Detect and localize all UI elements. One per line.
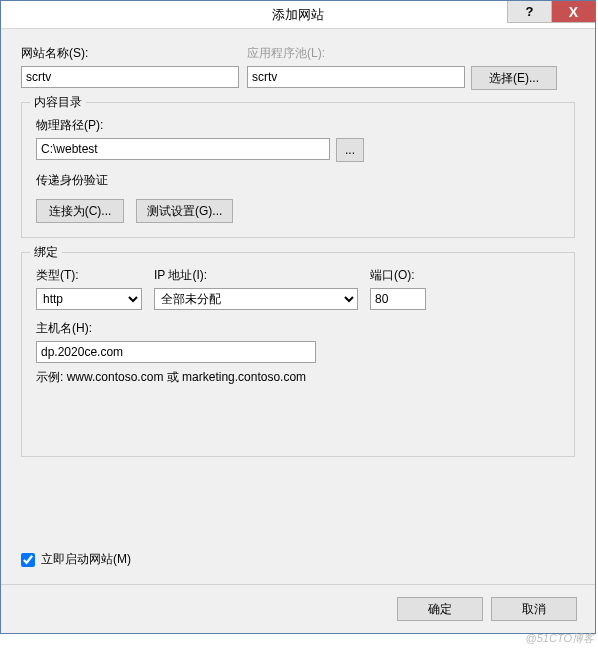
titlebar: 添加网站 ? X <box>1 1 595 29</box>
binding-port-input[interactable] <box>370 288 426 310</box>
ok-button[interactable]: 确定 <box>397 597 483 621</box>
browse-button[interactable]: ... <box>336 138 364 162</box>
binding-legend: 绑定 <box>30 244 62 261</box>
hostname-example: 示例: www.contoso.com 或 marketing.contoso.… <box>36 369 560 386</box>
passthrough-auth-label: 传递身份验证 <box>36 172 560 189</box>
site-and-pool-row: 网站名称(S): 应用程序池(L): 选择(E)... <box>21 45 575 90</box>
binding-type-select[interactable]: http <box>36 288 142 310</box>
content-directory-group: 内容目录 物理路径(P): ... 传递身份验证 连接为(C)... 测试设置(… <box>21 102 575 238</box>
close-button[interactable]: X <box>551 1 595 23</box>
dialog-content: 网站名称(S): 应用程序池(L): 选择(E)... 内容目录 物理路径(P)… <box>1 29 595 584</box>
titlebar-buttons: ? X <box>507 1 595 28</box>
watermark: @51CTO博客 <box>526 631 594 646</box>
physical-path-input[interactable] <box>36 138 330 160</box>
binding-ip-label: IP 地址(I): <box>154 267 358 284</box>
binding-ip-select[interactable]: 全部未分配 <box>154 288 358 310</box>
binding-port-label: 端口(O): <box>370 267 426 284</box>
site-name-input[interactable] <box>21 66 239 88</box>
site-name-group: 网站名称(S): <box>21 45 239 90</box>
connect-as-button[interactable]: 连接为(C)... <box>36 199 124 223</box>
select-app-pool-button[interactable]: 选择(E)... <box>471 66 557 90</box>
test-settings-button[interactable]: 测试设置(G)... <box>136 199 233 223</box>
binding-group: 绑定 类型(T): http IP 地址(I): 全部未分配 端口(O): <box>21 252 575 457</box>
start-now-label: 立即启动网站(M) <box>41 551 131 568</box>
content-directory-legend: 内容目录 <box>30 94 86 111</box>
hostname-label: 主机名(H): <box>36 320 560 337</box>
dialog-title: 添加网站 <box>1 6 595 24</box>
app-pool-input <box>247 66 465 88</box>
help-button[interactable]: ? <box>507 1 551 23</box>
physical-path-label: 物理路径(P): <box>36 117 560 134</box>
cancel-button[interactable]: 取消 <box>491 597 577 621</box>
hostname-input[interactable] <box>36 341 316 363</box>
app-pool-label: 应用程序池(L): <box>247 45 557 62</box>
binding-type-label: 类型(T): <box>36 267 142 284</box>
add-website-dialog: 添加网站 ? X 网站名称(S): 应用程序池(L): 选择(E)... 内容目… <box>0 0 596 634</box>
start-now-checkbox[interactable] <box>21 553 35 567</box>
start-now-row: 立即启动网站(M) <box>21 551 575 568</box>
site-name-label: 网站名称(S): <box>21 45 239 62</box>
app-pool-group: 应用程序池(L): 选择(E)... <box>247 45 557 90</box>
dialog-footer: 确定 取消 <box>1 584 595 633</box>
